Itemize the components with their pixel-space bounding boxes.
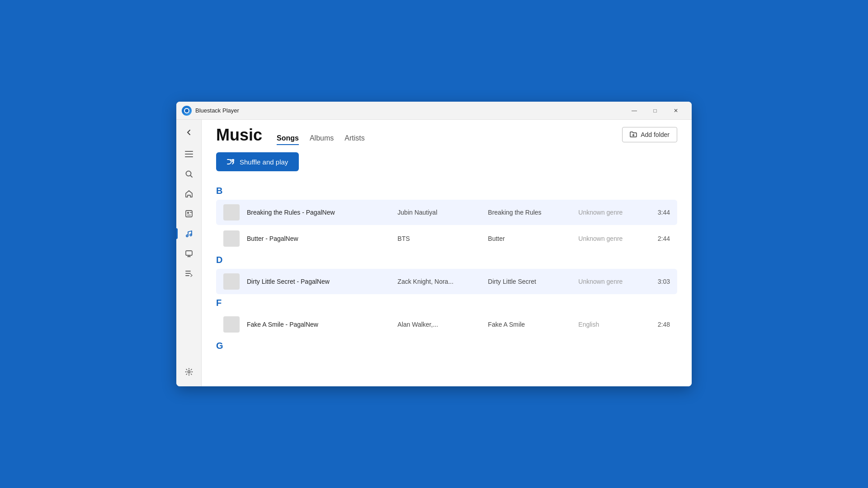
device-icon [185,249,193,258]
song-duration: 3:03 [654,278,670,285]
sidebar-item-settings[interactable] [180,363,198,381]
svg-point-17 [188,371,190,373]
home-icon [185,190,193,198]
sidebar-nav [180,145,198,282]
tab-songs[interactable]: Songs [277,134,299,145]
window-controls: — □ ✕ [624,104,686,117]
song-thumbnail [223,204,240,221]
song-thumbnail [223,273,240,290]
song-duration: 2:44 [654,235,670,242]
sidebar-item-search[interactable] [180,165,198,183]
app-window: Bluestack Player — □ ✕ [176,102,692,386]
shuffle-icon [227,158,235,166]
song-duration: 2:48 [654,321,670,328]
titlebar: Bluestack Player — □ ✕ [176,102,692,120]
shuffle-play-label: Shuffle and play [240,158,288,166]
sidebar-item-home[interactable] [180,185,198,203]
song-title: Fake A Smile - PagalNew [247,321,397,328]
song-album: Fake A Smile [488,321,578,328]
tab-albums[interactable]: Albums [310,134,334,145]
song-row[interactable]: Fake A Smile - PagalNew Alan Walker,... … [216,312,677,337]
library-icon [185,210,193,218]
song-artist: Zack Knight, Nora... [397,278,488,285]
song-album: Dirty Little Secret [488,278,578,285]
sidebar-item-queue[interactable] [180,264,198,282]
back-icon [186,129,192,136]
section-letter-f: F [216,298,677,308]
svg-point-10 [190,234,192,236]
app-logo [182,106,192,116]
svg-line-4 [190,176,192,178]
song-genre: English [578,321,654,328]
tab-artists[interactable]: Artists [344,134,364,145]
song-genre: Unknown genre [578,235,654,242]
search-icon [185,170,193,178]
song-title: Breaking the Rules - PagalNew [247,209,397,216]
song-genre: Unknown genre [578,278,654,285]
sidebar [176,120,202,386]
add-folder-label: Add folder [641,131,670,138]
shuffle-play-button[interactable]: Shuffle and play [216,152,299,171]
section-letter-d: D [216,255,677,265]
sidebar-item-library[interactable] [180,205,198,223]
tabs: Songs Albums Artists [277,134,365,145]
section-letter-b: B [216,186,677,196]
logo-inner [184,108,189,113]
sidebar-item-music[interactable] [180,225,198,243]
svg-rect-2 [185,156,193,157]
song-thumbnail [223,316,240,333]
sidebar-item-menu[interactable] [180,145,198,163]
svg-rect-6 [187,212,189,214]
sidebar-item-device[interactable] [180,244,198,263]
song-duration: 3:44 [654,209,670,216]
svg-rect-0 [185,151,193,152]
song-artist: Alan Walker,... [397,321,488,328]
song-album: Breaking the Rules [488,209,578,216]
queue-icon [185,269,193,277]
song-album: Butter [488,235,578,242]
maximize-button[interactable]: □ [645,104,665,117]
settings-icon [185,368,193,376]
song-thumbnail [223,230,240,247]
back-button[interactable] [180,123,198,141]
song-artist: Jubin Nautiyal [397,209,488,216]
music-icon [185,230,193,238]
song-row[interactable]: Dirty Little Secret - PagalNew Zack Knig… [216,269,677,294]
app-title: Bluestack Player [195,107,624,114]
song-title: Dirty Little Secret - PagalNew [247,278,397,285]
song-artist: BTS [397,235,488,242]
minimize-button[interactable]: — [624,104,645,117]
menu-icon [185,151,193,157]
add-folder-icon [630,131,637,138]
song-row[interactable]: Breaking the Rules - PagalNew Jubin Naut… [216,200,677,225]
song-title: Butter - PagalNew [247,235,397,242]
page-title: Music [216,127,262,143]
header-left: Music Songs Albums Artists [216,127,365,145]
add-folder-button[interactable]: Add folder [622,127,677,142]
svg-rect-5 [186,211,192,217]
content-area: Music Songs Albums Artists Add folder [176,120,692,386]
svg-point-9 [186,235,188,237]
main-header: Music Songs Albums Artists Add folder [202,120,692,145]
svg-rect-11 [186,251,192,255]
songs-area: Shuffle and play B Breaking the Rules - … [202,145,692,386]
close-button[interactable]: ✕ [665,104,686,117]
song-row[interactable]: Butter - PagalNew BTS Butter Unknown gen… [216,226,677,251]
section-letter-g: G [216,341,677,351]
song-genre: Unknown genre [578,209,654,216]
main-content: Music Songs Albums Artists Add folder [202,120,692,386]
svg-rect-1 [185,154,193,155]
